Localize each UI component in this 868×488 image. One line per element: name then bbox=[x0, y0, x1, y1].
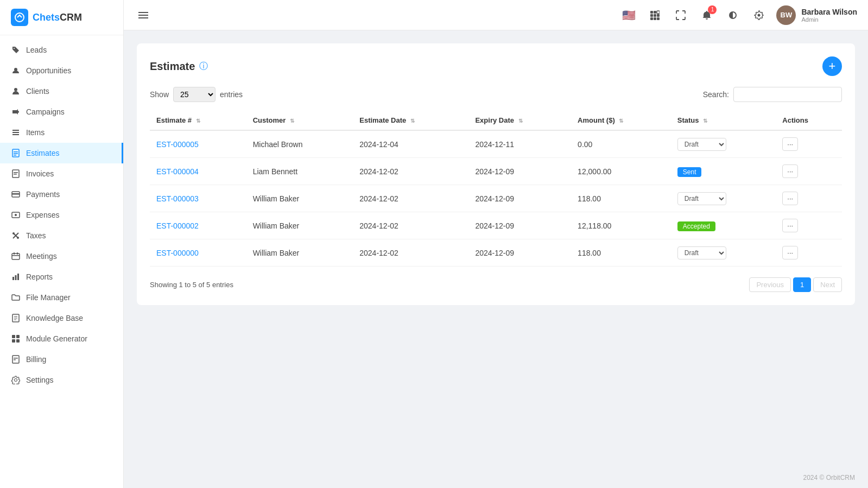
table-row: EST-000003William Baker2024-12-022024-12… bbox=[150, 185, 842, 212]
status-cell: Sent bbox=[671, 158, 776, 185]
action-menu-button[interactable]: ··· bbox=[782, 137, 798, 151]
sidebar-item-estimates[interactable]: Estimates bbox=[0, 143, 123, 163]
sort-icon: ⇅ bbox=[196, 118, 200, 124]
sidebar-item-campaigns[interactable]: Campaigns bbox=[0, 102, 123, 122]
svg-rect-40 bbox=[650, 14, 653, 17]
tax-icon bbox=[11, 231, 21, 240]
expiry-date-cell: 2024-12-11 bbox=[468, 130, 571, 158]
estimate-link[interactable]: EST-000002 bbox=[156, 221, 199, 230]
info-icon[interactable]: ⓘ bbox=[199, 61, 208, 72]
sort-icon: ⇅ bbox=[410, 118, 415, 124]
svg-point-17 bbox=[12, 232, 15, 235]
svg-rect-3 bbox=[12, 130, 19, 131]
svg-rect-4 bbox=[12, 132, 19, 133]
sidebar-item-knowledge-base[interactable]: Knowledge Base bbox=[0, 308, 123, 328]
status-draft-select[interactable]: DraftSentAcceptedDeclined bbox=[677, 138, 726, 151]
sidebar-item-settings[interactable]: Settings bbox=[0, 370, 123, 390]
sidebar-item-module-generator[interactable]: Module Generator bbox=[0, 328, 123, 349]
col-estimate-date[interactable]: Estimate Date ⇅ bbox=[353, 111, 468, 130]
col-expiry-date[interactable]: Expiry Date ⇅ bbox=[468, 111, 571, 130]
hamburger-menu-button[interactable] bbox=[135, 7, 152, 24]
expiry-date-cell: 2024-12-09 bbox=[468, 239, 571, 267]
svg-rect-12 bbox=[14, 174, 17, 175]
logo-text: ChetsCRM bbox=[33, 12, 82, 23]
user-details: Barbara Wilson Admin bbox=[801, 8, 857, 23]
sidebar-item-expenses[interactable]: Expenses bbox=[0, 205, 123, 225]
svg-rect-14 bbox=[12, 193, 20, 195]
svg-rect-8 bbox=[14, 153, 18, 154]
add-estimate-button[interactable]: + bbox=[822, 56, 842, 76]
amount-cell: 12,000.00 bbox=[571, 158, 671, 185]
estimate-date-cell: 2024-12-02 bbox=[353, 239, 468, 267]
opportunity-icon bbox=[11, 66, 21, 75]
svg-point-46 bbox=[758, 14, 761, 16]
customer-cell: William Baker bbox=[246, 212, 353, 239]
footer-text: 2024 © OrbitCRM bbox=[803, 474, 855, 481]
col-amount[interactable]: Amount ($) ⇅ bbox=[571, 111, 671, 130]
sidebar-item-file-manager[interactable]: File Manager bbox=[0, 287, 123, 308]
status-draft-select[interactable]: DraftSentAcceptedDeclined bbox=[677, 246, 726, 259]
previous-button[interactable]: Previous bbox=[749, 277, 791, 292]
notifications-button[interactable]: 1 bbox=[698, 7, 715, 24]
settings-button[interactable] bbox=[750, 7, 768, 24]
estimate-date-cell: 2024-12-02 bbox=[353, 158, 468, 185]
sidebar-nav: Leads Opportunities Clients Campaigns It bbox=[0, 35, 123, 488]
payment-icon bbox=[11, 189, 21, 199]
svg-rect-7 bbox=[14, 151, 18, 153]
sidebar-item-payments[interactable]: Payments bbox=[0, 184, 123, 205]
amount-cell: 118.00 bbox=[571, 185, 671, 212]
action-menu-button[interactable]: ··· bbox=[782, 164, 798, 178]
action-menu-button[interactable]: ··· bbox=[782, 246, 798, 259]
page-1-button[interactable]: 1 bbox=[793, 277, 811, 292]
entries-select[interactable]: 10 25 50 100 bbox=[173, 87, 216, 102]
notification-badge: 1 bbox=[708, 5, 717, 14]
svg-rect-44 bbox=[654, 17, 656, 20]
sidebar-item-items[interactable]: Items bbox=[0, 122, 123, 143]
table-row: EST-000002William Baker2024-12-022024-12… bbox=[150, 212, 842, 239]
page-header: Estimate ⓘ + bbox=[150, 56, 842, 76]
estimate-num-cell: EST-000002 bbox=[150, 212, 246, 239]
svg-rect-42 bbox=[657, 14, 660, 17]
actions-cell: ··· bbox=[776, 130, 842, 158]
estimate-num-cell: EST-000004 bbox=[150, 158, 246, 185]
main-area: 🇺🇸 1 BW Barbara Wilson Admin bbox=[124, 0, 868, 488]
grid-icon bbox=[11, 334, 21, 344]
svg-rect-23 bbox=[12, 277, 14, 280]
sidebar-item-taxes[interactable]: Taxes bbox=[0, 225, 123, 246]
svg-rect-5 bbox=[12, 134, 19, 135]
search-input[interactable] bbox=[733, 87, 842, 102]
dark-mode-button[interactable] bbox=[724, 7, 742, 24]
sidebar-item-leads[interactable]: Leads bbox=[0, 40, 123, 60]
sidebar-item-invoices[interactable]: Invoices bbox=[0, 163, 123, 184]
svg-rect-30 bbox=[16, 339, 20, 343]
col-status[interactable]: Status ⇅ bbox=[671, 111, 776, 130]
status-draft-select[interactable]: DraftSentAcceptedDeclined bbox=[677, 192, 726, 205]
status-cell: Accepted bbox=[671, 212, 776, 239]
action-menu-button[interactable]: ··· bbox=[782, 192, 798, 205]
report-icon bbox=[11, 272, 21, 282]
action-menu-button[interactable]: ··· bbox=[782, 219, 798, 232]
sidebar-item-reports[interactable]: Reports bbox=[0, 267, 123, 287]
col-estimate-num[interactable]: Estimate # ⇅ bbox=[150, 111, 246, 130]
sidebar-item-billing[interactable]: Billing bbox=[0, 349, 123, 370]
language-selector[interactable]: 🇺🇸 bbox=[620, 7, 637, 24]
estimate-link[interactable]: EST-000004 bbox=[156, 167, 199, 176]
estimate-link[interactable]: EST-000003 bbox=[156, 194, 199, 203]
svg-point-18 bbox=[17, 237, 19, 239]
estimate-link[interactable]: EST-000005 bbox=[156, 140, 199, 149]
header: 🇺🇸 1 BW Barbara Wilson Admin bbox=[124, 0, 868, 30]
estimate-link[interactable]: EST-000000 bbox=[156, 249, 199, 257]
svg-rect-32 bbox=[14, 358, 18, 359]
svg-rect-39 bbox=[657, 11, 660, 14]
sidebar-item-meetings[interactable]: Meetings bbox=[0, 246, 123, 267]
fullscreen-button[interactable] bbox=[672, 7, 689, 24]
user-profile[interactable]: BW Barbara Wilson Admin bbox=[776, 5, 857, 25]
col-customer[interactable]: Customer ⇅ bbox=[246, 111, 353, 130]
next-button[interactable]: Next bbox=[813, 277, 842, 292]
expiry-date-cell: 2024-12-09 bbox=[468, 158, 571, 185]
sidebar-item-opportunities[interactable]: Opportunities bbox=[0, 60, 123, 81]
logo[interactable]: ChetsCRM bbox=[0, 0, 123, 35]
sidebar-item-clients[interactable]: Clients bbox=[0, 81, 123, 102]
apps-button[interactable] bbox=[646, 7, 663, 24]
search-row: Search: bbox=[703, 87, 842, 102]
